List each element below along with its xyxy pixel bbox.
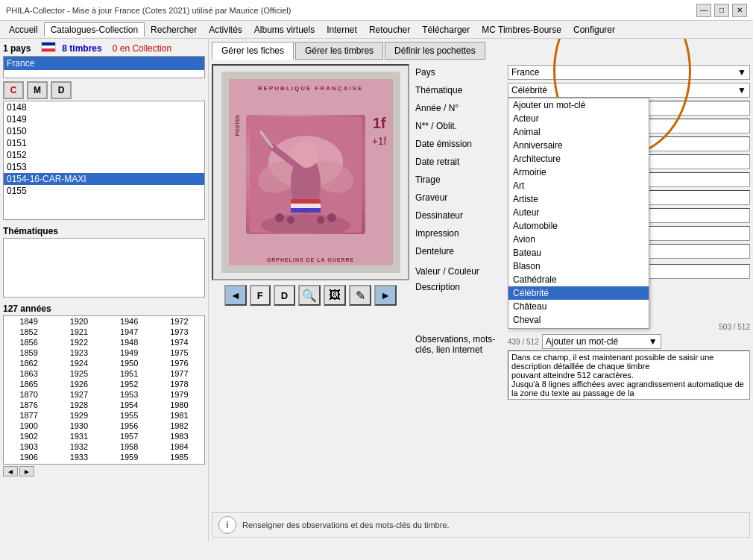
year-1948[interactable]: 1948 <box>104 337 154 347</box>
year-1921[interactable]: 1921 <box>54 327 104 337</box>
year-1960[interactable]: 1960 <box>104 462 154 465</box>
year-1975[interactable]: 1975 <box>154 347 204 358</box>
year-1952[interactable]: 1952 <box>104 379 154 389</box>
year-1923[interactable]: 1923 <box>54 347 104 358</box>
year-1877[interactable]: 1877 <box>4 410 54 421</box>
year-1976[interactable]: 1976 <box>154 358 204 368</box>
year-1876[interactable]: 1876 <box>4 400 54 410</box>
cmd-c-button[interactable]: C <box>3 81 24 99</box>
year-1959[interactable]: 1959 <box>104 452 154 462</box>
year-1981[interactable]: 1981 <box>154 410 204 421</box>
year-1955[interactable]: 1955 <box>104 410 154 421</box>
thematique-item-architecture[interactable]: Architecture <box>508 152 649 166</box>
year-1859[interactable]: 1859 <box>4 347 54 358</box>
year-1973[interactable]: 1973 <box>154 327 204 337</box>
year-1982[interactable]: 1982 <box>154 421 204 431</box>
stamp-item-0155[interactable]: 0155 <box>4 185 204 197</box>
year-1920[interactable]: 1920 <box>54 316 104 327</box>
year-1924[interactable]: 1924 <box>54 358 104 368</box>
thematique-item-celebrite[interactable]: Célébrité <box>508 286 649 300</box>
stamp-list[interactable]: 0148 0149 0150 0151 0152 0153 0154-16-CA… <box>3 101 205 220</box>
year-1985[interactable]: 1985 <box>154 452 204 462</box>
country-item-france[interactable]: France <box>4 57 204 70</box>
thematique-item-anniversaire[interactable]: Anniversaire <box>508 139 649 152</box>
thematique-item-cathedrale[interactable]: Cathédrale <box>508 273 649 286</box>
menu-catalogues[interactable]: Catalogues-Collection <box>44 22 145 37</box>
year-1947[interactable]: 1947 <box>104 327 154 337</box>
cmd-d-button[interactable]: D <box>51 81 72 99</box>
year-1980[interactable]: 1980 <box>154 400 204 410</box>
photo-button[interactable]: 🖼 <box>324 285 346 306</box>
year-1902[interactable]: 1902 <box>4 431 54 441</box>
menu-activites[interactable]: Activités <box>203 23 248 37</box>
menu-albums[interactable]: Albums virtuels <box>248 23 321 37</box>
year-1983[interactable]: 1983 <box>154 431 204 441</box>
close-button[interactable]: ✕ <box>732 4 747 17</box>
thematique-item-armoirie[interactable]: Armoirie <box>508 166 649 179</box>
thematique-item-artiste[interactable]: Artiste <box>508 192 649 206</box>
year-1986[interactable]: 1986 <box>154 462 204 465</box>
year-1931[interactable]: 1931 <box>54 431 104 441</box>
prev-stamp-button[interactable]: ◄ <box>224 285 247 306</box>
tab-gerer-timbres[interactable]: Gérer les timbres <box>295 42 383 60</box>
thematique-item-chateau[interactable]: Château <box>508 300 649 313</box>
year-1954[interactable]: 1954 <box>104 400 154 410</box>
year-1900[interactable]: 1900 <box>4 421 54 431</box>
year-1862[interactable]: 1862 <box>4 358 54 368</box>
search-stamp-button[interactable]: 🔍 <box>298 285 321 306</box>
stamp-item-0152[interactable]: 0152 <box>4 149 204 161</box>
year-1972[interactable]: 1972 <box>154 316 204 327</box>
year-1922[interactable]: 1922 <box>54 337 104 347</box>
year-1927[interactable]: 1927 <box>54 389 104 400</box>
year-1906[interactable]: 1906 <box>4 452 54 462</box>
thematique-item-animal[interactable]: Animal <box>508 125 649 139</box>
year-1898[interactable]: 1898 <box>4 462 54 465</box>
menu-retoucher[interactable]: Retoucher <box>363 23 416 37</box>
year-1953[interactable]: 1953 <box>104 389 154 400</box>
year-1852[interactable]: 1852 <box>4 327 54 337</box>
year-1979[interactable]: 1979 <box>154 389 204 400</box>
stamp-item-0150[interactable]: 0150 <box>4 125 204 137</box>
thematique-item-blason[interactable]: Blason <box>508 259 649 273</box>
scroll-left-button[interactable]: ◄ <box>3 466 18 476</box>
thematique-item-acteur[interactable]: Acteur <box>508 112 649 125</box>
stamp-item-0149[interactable]: 0149 <box>4 113 204 125</box>
d-button[interactable]: D <box>274 285 295 306</box>
year-1984[interactable]: 1984 <box>154 441 204 452</box>
thematique-dropdown-btn[interactable]: Célébrité ▼ <box>508 83 750 98</box>
thematique-dropdown-list[interactable]: Ajouter un mot-clé Acteur Animal Anniver… <box>508 98 649 329</box>
year-1950[interactable]: 1950 <box>104 358 154 368</box>
obs-keyword-dropdown-btn[interactable]: Ajouter un mot-clé ▼ <box>542 334 661 349</box>
year-1932[interactable]: 1932 <box>54 441 104 452</box>
year-1978[interactable]: 1978 <box>154 379 204 389</box>
thematique-item-bateau[interactable]: Bateau <box>508 246 649 259</box>
year-1903[interactable]: 1903 <box>4 441 54 452</box>
thematique-item-avion[interactable]: Avion <box>508 233 649 246</box>
thematique-item-auteur[interactable]: Auteur <box>508 206 649 219</box>
stamp-item-0153[interactable]: 0153 <box>4 161 204 173</box>
stamp-item-0151[interactable]: 0151 <box>4 137 204 149</box>
thematique-item-cheval[interactable]: Cheval <box>508 313 649 327</box>
minimize-button[interactable]: — <box>696 4 711 17</box>
year-1926[interactable]: 1926 <box>54 379 104 389</box>
year-1870[interactable]: 1870 <box>4 389 54 400</box>
year-1951[interactable]: 1951 <box>104 368 154 379</box>
year-1934[interactable]: 1934 <box>54 462 104 465</box>
year-1957[interactable]: 1957 <box>104 431 154 441</box>
menu-telecharger[interactable]: Télécharger <box>416 23 476 37</box>
year-1865[interactable]: 1865 <box>4 379 54 389</box>
stamp-item-0154[interactable]: 0154-16-CAR-MAXI <box>4 173 204 185</box>
menu-configurer[interactable]: Configurer <box>567 23 621 37</box>
country-list[interactable]: France <box>3 56 205 78</box>
thematiques-list[interactable] <box>3 238 205 298</box>
obs-textarea[interactable]: Dans ce champ, il est maintenant possibl… <box>508 350 750 400</box>
tab-gerer-fiches[interactable]: Gérer les fiches <box>212 42 294 60</box>
menu-accueil[interactable]: Accueil <box>3 23 44 37</box>
year-1928[interactable]: 1928 <box>54 400 104 410</box>
stamp-item-0148[interactable]: 0148 <box>4 101 204 113</box>
year-1949[interactable]: 1949 <box>104 347 154 358</box>
pays-dropdown-btn[interactable]: France ▼ <box>508 65 750 80</box>
menu-rechercher[interactable]: Rechercher <box>145 23 203 37</box>
year-1929[interactable]: 1929 <box>54 410 104 421</box>
year-1974[interactable]: 1974 <box>154 337 204 347</box>
